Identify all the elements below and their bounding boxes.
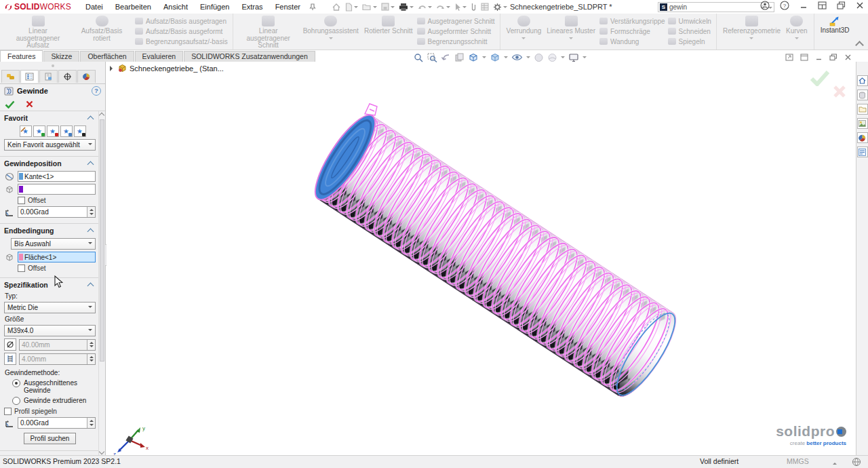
ok-button[interactable]	[5, 100, 15, 109]
search-box[interactable]: S	[658, 2, 774, 12]
size-dropdown[interactable]: M39x4.0	[4, 325, 96, 336]
angle-spinner[interactable]	[87, 207, 95, 217]
locate-profile-button[interactable]: Profil suchen	[24, 433, 77, 444]
panel-scrollbar[interactable]	[98, 111, 105, 456]
edit-appearance-icon[interactable]	[534, 53, 544, 62]
menu-fenster[interactable]: Fenster	[269, 3, 307, 11]
minimize-button[interactable]	[800, 1, 808, 9]
linear-pattern-caret[interactable]	[569, 37, 573, 41]
design-library-button[interactable]	[857, 90, 868, 100]
display-style-icon[interactable]	[490, 52, 500, 62]
reference-geometry-button[interactable]: Referenzgeometrie	[720, 15, 783, 42]
display-style-caret[interactable]	[504, 56, 508, 60]
scroll-down-arrow[interactable]	[99, 449, 104, 454]
rotation-angle-spinner[interactable]	[87, 418, 95, 428]
home-button[interactable]	[332, 3, 341, 12]
extrude-thread-radio[interactable]	[12, 397, 20, 405]
edge-selection-field[interactable]: Kante<1>	[18, 171, 96, 182]
linear-pattern-button[interactable]: Lineares Muster	[544, 15, 598, 42]
gewindeposition-collapse-chevron[interactable]	[87, 161, 94, 168]
cut-thread-radio[interactable]	[12, 379, 20, 387]
mirror-button[interactable]: Spiegeln	[668, 37, 711, 45]
hide-show-items-caret[interactable]	[526, 56, 530, 60]
override-diameter-button[interactable]	[4, 338, 16, 351]
add-favorite-button[interactable]: ★	[33, 125, 45, 137]
attach-button[interactable]	[471, 3, 477, 12]
menu-ansicht[interactable]: Ansicht	[157, 3, 194, 11]
diameter-input[interactable]: 40.00mm	[19, 339, 96, 351]
view-settings-icon[interactable]	[568, 53, 579, 62]
help-icon[interactable]: ?	[780, 1, 789, 10]
menu-datei[interactable]: Datei	[79, 3, 109, 11]
pitch-input[interactable]: 4.00mm	[19, 353, 96, 365]
unit-system-caret[interactable]	[833, 461, 837, 465]
rib-button[interactable]: Verstärkungsrippe	[599, 17, 665, 25]
doc-restore-button[interactable]	[829, 54, 837, 61]
hole-wizard-button[interactable]: Bohrungsassistent	[300, 15, 361, 42]
view-orientation-icon[interactable]	[468, 52, 479, 62]
endbedingung-collapse-chevron[interactable]	[87, 228, 94, 235]
pitch-spinner[interactable]	[87, 354, 95, 364]
draft-button[interactable]: Formschräge	[599, 27, 665, 35]
zoom-to-fit-icon[interactable]	[414, 53, 424, 62]
wrap-button[interactable]: Umwickeln	[668, 17, 711, 25]
search-input[interactable]	[669, 3, 759, 11]
tab-oberflaechen[interactable]: Oberflächen	[80, 51, 134, 62]
save-favorite-button[interactable]: ★	[60, 125, 73, 137]
view-settings-caret[interactable]	[583, 56, 587, 60]
open-document-button[interactable]	[362, 3, 377, 11]
view-orientation-caret[interactable]	[482, 56, 486, 60]
restore-button[interactable]	[837, 1, 846, 9]
threaded-cylinder[interactable]	[306, 108, 686, 404]
end-offset-checkbox[interactable]	[18, 265, 25, 272]
extruded-cut-button[interactable]: Linear ausgetragener Schnitt	[237, 15, 300, 50]
boundary-cut-button[interactable]: Begrenzungsschnitt	[417, 37, 495, 45]
section-view-icon[interactable]	[454, 53, 465, 62]
confirmation-corner-cancel[interactable]	[833, 85, 846, 98]
custom-properties-button[interactable]	[857, 147, 868, 157]
zoom-to-area-icon[interactable]	[427, 53, 437, 62]
tab-skizze[interactable]: Skizze	[43, 51, 79, 62]
doc-close-button[interactable]	[844, 54, 852, 61]
end-condition-dropdown[interactable]: Bis Auswahl	[11, 238, 96, 250]
swept-boss-button[interactable]: Aufsatz/Basis ausgetragen	[135, 17, 228, 25]
redo-button[interactable]	[436, 3, 450, 11]
fillet-caret[interactable]	[521, 37, 526, 41]
hide-show-items-icon[interactable]	[511, 53, 523, 62]
tab-propertymanager[interactable]	[20, 70, 39, 83]
table-button[interactable]	[481, 3, 489, 11]
new-document-button[interactable]	[345, 3, 358, 12]
curves-button[interactable]: Kurven	[783, 15, 810, 42]
mirror-profile-checkbox[interactable]	[4, 408, 12, 415]
previous-view-icon[interactable]	[441, 53, 451, 62]
apply-scene-icon[interactable]	[547, 53, 557, 62]
lofted-boss-button[interactable]: Aufsatz/Basis ausgeformt	[135, 27, 228, 35]
tree-expand-arrow[interactable]	[110, 66, 115, 71]
lofted-cut-button[interactable]: Ausgeformter Schnitt	[417, 27, 495, 35]
scroll-up-arrow[interactable]	[99, 113, 104, 118]
reference-geometry-caret[interactable]	[749, 37, 753, 41]
save-button[interactable]	[381, 3, 395, 11]
swept-cut-button[interactable]: Ausgetragener Schnitt	[417, 17, 495, 25]
view-palette-button[interactable]	[857, 118, 868, 129]
close-button[interactable]	[856, 1, 864, 9]
cascade-windows-icon[interactable]	[800, 54, 808, 61]
revolved-cut-button[interactable]: Rotierter Schnitt	[361, 15, 416, 36]
doc-minimize-button[interactable]	[815, 54, 823, 61]
boundary-boss-button[interactable]: Begrenzungsaufsatz/-basis	[135, 37, 228, 45]
tab-evaluieren[interactable]: Evaluieren	[135, 51, 184, 62]
favorit-collapse-chevron[interactable]	[87, 115, 94, 122]
options-gear-button[interactable]	[493, 3, 507, 12]
tab-zusatzanwendungen[interactable]: SOLIDWORKS Zusatzanwendungen	[184, 51, 315, 62]
thread-profile-sketch[interactable]	[365, 104, 377, 115]
model-canvas[interactable]: y x z	[106, 62, 856, 456]
offset-checkbox[interactable]	[18, 197, 25, 204]
undo-button[interactable]	[418, 3, 432, 11]
angle-input[interactable]: 0.00Grad	[18, 206, 96, 218]
menu-extras[interactable]: Extras	[235, 3, 269, 11]
new-window-icon[interactable]	[785, 54, 793, 61]
print-button[interactable]	[399, 3, 414, 12]
intersect-button[interactable]: Schneiden	[668, 27, 711, 35]
panel-grip[interactable]	[0, 62, 105, 70]
graphics-viewport[interactable]: y x z Schneckengetriebe_ (Stan... solidp…	[106, 62, 856, 456]
